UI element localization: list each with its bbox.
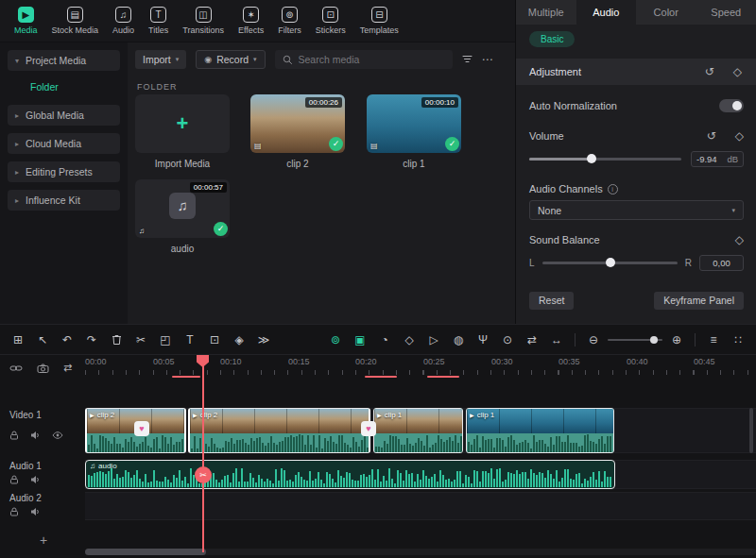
volume-slider[interactable] [529,153,681,164]
balance-slider[interactable] [542,257,678,268]
import-media-tile[interactable]: + [135,94,230,153]
speed-icon[interactable]: ◔ [374,330,395,350]
tab-titles[interactable]: T Titles [142,5,175,37]
audio-track-2-lane[interactable] [85,492,756,520]
timeline-video-clip[interactable]: ▶clip 1 [373,408,463,453]
keyframe-tool-icon[interactable]: ◇ [399,330,420,350]
timeline-video-clip[interactable]: ▶clip 2 [188,408,370,453]
delete-icon[interactable] [106,330,127,350]
auto-ripple-icon[interactable]: ⇄ [522,330,542,350]
media-item-clip1[interactable]: 00:00:10 ▤ ✓ [367,94,461,153]
select-tool-icon[interactable]: ↖ [32,330,53,350]
sidebar-item-folder[interactable]: Folder [8,78,120,95]
transition-badge[interactable]: ♥ [134,421,149,436]
mask-icon[interactable]: ◍ [448,330,469,350]
timeline-vertical-scrollbar[interactable] [749,408,753,453]
reset-volume-icon[interactable]: ↺ [707,129,716,143]
zoom-out-icon[interactable]: ⊖ [583,330,604,350]
filter-icon[interactable] [462,55,472,64]
sidebar-item-label: Influence Kit [26,194,80,206]
text-tool-icon[interactable]: T [180,330,200,350]
add-track-button[interactable]: + [40,533,47,548]
info-icon[interactable]: i [608,184,618,194]
mute-icon[interactable] [30,431,41,440]
volume-keyframe-icon[interactable]: ◇ [735,129,744,143]
volume-value-box[interactable]: -9.94 dB [691,151,744,167]
adjustment-section-header[interactable]: Adjustment ↺ ◇ [516,59,756,85]
mute-icon[interactable] [30,475,41,484]
tab-templates[interactable]: ⊟ Templates [353,5,405,37]
pip-icon[interactable]: ⊡ [204,330,225,350]
tab-filters[interactable]: ⊚ Filters [271,5,308,37]
zoom-in-icon[interactable]: ⊕ [666,330,687,350]
media-item-audio[interactable]: 00:00:57 ♫ ♫ ✓ [135,179,230,238]
tab-transitions[interactable]: ◫ Transitions [176,5,231,37]
tab-stickers[interactable]: ⊡ Stickers [309,5,352,37]
green-screen-icon[interactable]: ▣ [350,330,370,350]
ruler-label: 00:40 [627,357,648,366]
sidebar-item-influence-kit[interactable]: ▸ Influence Kit [8,190,120,211]
hide-track-eye-icon[interactable] [52,431,63,440]
sidebar-item-project-media[interactable]: ▾ Project Media [8,50,120,71]
snapshot-camera-icon[interactable] [37,364,49,373]
track-manager-icon[interactable]: ≡ [703,330,724,350]
keyframe-panel-button[interactable]: Keyframe Panel [654,292,744,310]
audio-channels-select[interactable]: None ▾ [529,200,744,220]
tab-multiple[interactable]: Multiple [516,0,576,25]
search-box[interactable] [275,50,453,69]
grid-view-icon[interactable]: ∷ [728,330,748,350]
balance-value-box[interactable]: 0,00 [699,255,744,271]
basic-sub-tab[interactable]: Basic [529,31,575,47]
more-tools-icon[interactable]: ≫ [253,330,274,350]
tab-speed[interactable]: Speed [696,0,756,25]
reset-button[interactable]: Reset [529,292,574,310]
auto-ripple-toggle-icon[interactable]: ⇄ [63,362,72,374]
lock-icon[interactable] [9,507,19,516]
timeline-audio-clip[interactable]: ♫ audio [85,460,615,489]
split-icon[interactable]: ✂ [130,330,151,350]
timeline-video-clip[interactable]: ▶clip 1 [466,408,614,453]
balance-keyframe-icon[interactable]: ◇ [735,233,744,246]
keyframe-icon[interactable]: ◇ [733,65,742,78]
lock-icon[interactable] [9,475,19,484]
fit-timeline-icon[interactable]: ↔ [546,330,567,350]
split-at-playhead-icon[interactable]: ✂ [195,466,212,483]
media-item-clip2[interactable]: 00:00:26 ▤ ✓ [250,94,345,153]
import-button[interactable]: Import ▾ [135,50,186,69]
balance-slider-knob[interactable] [606,258,615,267]
more-options-icon[interactable]: ⋯ [482,53,493,66]
transition-badge[interactable]: ♥ [361,421,376,436]
workspace-icon[interactable]: ⊞ [8,330,28,350]
volume-slider-knob[interactable] [587,154,596,163]
sidebar-item-cloud-media[interactable]: ▸ Cloud Media [8,133,120,154]
tab-effects[interactable]: ✶ Effects [232,5,270,37]
snapshot-icon[interactable]: ⊙ [497,330,518,350]
redo-icon[interactable]: ↷ [81,330,102,350]
undo-icon[interactable]: ↶ [57,330,77,350]
sidebar-item-editing-presets[interactable]: ▸ Editing Presets [8,161,120,182]
auto-normalization-toggle[interactable] [719,99,744,112]
scrollbar-thumb[interactable] [85,549,206,555]
mute-icon[interactable] [30,507,41,516]
effect-tool-icon[interactable]: ◈ [229,330,249,350]
render-preview-icon[interactable]: ▷ [423,330,444,350]
sidebar-item-label: Folder [30,81,59,93]
record-button[interactable]: ◉ Record ▾ [196,50,265,69]
tab-media[interactable]: ▶ Media [8,5,44,37]
zoom-slider[interactable] [608,334,662,346]
voiceover-mic-icon[interactable]: Ψ [472,330,493,350]
timeline-horizontal-scrollbar[interactable] [85,549,756,555]
tab-audio[interactable]: ♫ Audio [106,5,141,37]
audio-channels-value: None [538,205,561,216]
search-input[interactable] [299,54,438,65]
lock-icon[interactable] [9,431,19,440]
sidebar-item-global-media[interactable]: ▸ Global Media [8,105,120,126]
motion-track-icon[interactable]: ⊚ [325,330,346,350]
link-clips-icon[interactable] [9,364,23,373]
reset-adjustment-icon[interactable]: ↺ [705,65,714,78]
tab-color[interactable]: Color [636,0,696,25]
tab-stock-media[interactable]: ▤ Stock Media [45,5,106,37]
zoom-slider-knob[interactable] [650,336,658,344]
tab-audio-properties[interactable]: Audio [576,0,637,25]
crop-icon[interactable]: ◰ [155,330,176,350]
